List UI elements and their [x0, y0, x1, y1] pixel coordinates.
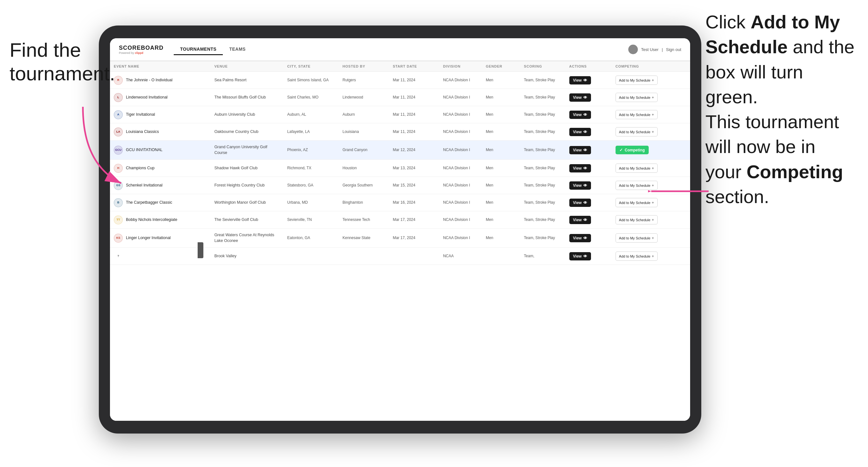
view-button[interactable]: View 👁	[569, 216, 591, 224]
view-button[interactable]: View 👁	[569, 93, 591, 102]
logo-powered: Powered by clippd	[119, 51, 163, 55]
view-button[interactable]: View 👁	[569, 252, 591, 260]
view-button[interactable]: View 👁	[569, 128, 591, 136]
view-button[interactable]: View 👁	[569, 146, 591, 154]
add-to-schedule-button[interactable]: Add to My Schedule +	[616, 110, 658, 119]
col-header-event: EVENT NAME	[110, 61, 210, 72]
competing-button[interactable]: ✓ Competing	[616, 146, 649, 154]
tablet-screen: SCOREBOARD Powered by clippd TOURNAMENTS…	[110, 38, 690, 421]
view-button[interactable]: View 👁	[569, 164, 591, 173]
table-row: H Champions Cup Shadow Hawk Golf ClubRic…	[110, 160, 690, 177]
nav-tabs: TOURNAMENTS TEAMS	[174, 44, 252, 55]
table-row: LA Louisiana Classics Oakbourne Country …	[110, 123, 690, 141]
tablet-frame: SCOREBOARD Powered by clippd TOURNAMENTS…	[99, 26, 701, 434]
header-user: Test User | Sign out	[628, 44, 681, 54]
table-row: KS Linger Longer Invitational Great Wate…	[110, 228, 690, 248]
table-row: B The Carpetbagger Classic Worthington M…	[110, 194, 690, 211]
add-to-schedule-button[interactable]: Add to My Schedule +	[616, 127, 658, 136]
table-row: R The Johnnie - O Individual Sea Palms R…	[110, 72, 690, 89]
table-row: GS Schenkel Invitational Forest Heights …	[110, 177, 690, 194]
col-header-competing: COMPETING	[612, 61, 690, 72]
annotation-left: Find thetournament.	[9, 38, 115, 86]
table-row: ? Brook ValleyNCAATeam,View 👁Add to My S…	[110, 248, 690, 265]
tab-teams[interactable]: TEAMS	[223, 44, 252, 55]
sidebar-button[interactable]	[198, 242, 204, 258]
view-button[interactable]: View 👁	[569, 181, 591, 190]
view-button[interactable]: View 👁	[569, 198, 591, 207]
table-header-row: EVENT NAME VENUE CITY, STATE HOSTED BY S…	[110, 61, 690, 72]
view-button[interactable]: View 👁	[569, 234, 591, 242]
add-to-schedule-button[interactable]: Add to My Schedule +	[616, 234, 658, 243]
add-to-schedule-button[interactable]: Add to My Schedule +	[616, 251, 658, 261]
view-button[interactable]: View 👁	[569, 111, 591, 119]
sign-out-link[interactable]: Sign out	[666, 47, 681, 52]
col-header-venue: VENUE	[210, 61, 283, 72]
col-header-hosted: HOSTED BY	[339, 61, 389, 72]
col-header-date: START DATE	[389, 61, 439, 72]
col-header-division: DIVISION	[439, 61, 482, 72]
table-row: GCU GCU INVITATIONAL Grand Canyon Univer…	[110, 141, 690, 160]
logo-text: SCOREBOARD	[119, 44, 163, 51]
add-to-schedule-button[interactable]: Add to My Schedule +	[616, 198, 658, 207]
add-to-schedule-button[interactable]: Add to My Schedule +	[616, 163, 658, 173]
col-header-actions: ACTIONS	[565, 61, 612, 72]
user-avatar	[628, 44, 638, 54]
col-header-scoring: SCORING	[520, 61, 565, 72]
add-to-schedule-button[interactable]: Add to My Schedule +	[616, 93, 658, 102]
table-row: A Tiger Invitational Auburn University C…	[110, 106, 690, 123]
add-to-schedule-button[interactable]: Add to My Schedule +	[616, 181, 658, 190]
view-button[interactable]: View 👁	[569, 76, 591, 85]
col-header-gender: GENDER	[482, 61, 520, 72]
table-row: L Lindenwood Invitational The Missouri B…	[110, 89, 690, 106]
annotation-right: Click Add to MySchedule and thebox will …	[706, 9, 859, 209]
add-to-schedule-button[interactable]: Add to My Schedule +	[616, 215, 658, 224]
tournaments-table: EVENT NAME VENUE CITY, STATE HOSTED BY S…	[110, 61, 690, 265]
col-header-city: CITY, STATE	[283, 61, 339, 72]
table-container: EVENT NAME VENUE CITY, STATE HOSTED BY S…	[110, 61, 690, 421]
logo-area: SCOREBOARD Powered by clippd	[119, 44, 163, 55]
table-row: TT Bobby Nichols Intercollegiate The Sev…	[110, 211, 690, 228]
tab-tournaments[interactable]: TOURNAMENTS	[174, 44, 223, 55]
user-label: Test User	[641, 47, 658, 52]
app-header: SCOREBOARD Powered by clippd TOURNAMENTS…	[110, 38, 690, 61]
add-to-schedule-button[interactable]: Add to My Schedule +	[616, 75, 658, 85]
